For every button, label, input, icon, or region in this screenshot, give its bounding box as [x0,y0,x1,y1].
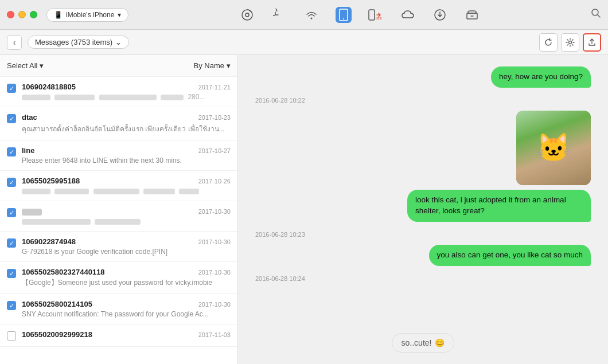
phone-small-icon: 📱 [54,11,63,19]
checkbox-3[interactable]: ✓ [7,146,16,156]
message-content: 1069024818805 2017-11-21 280... [22,83,231,101]
message-content: dtac 2017-10-23 คุณสามารถตั้งค่าล็อกอินอ… [22,113,231,134]
close-button[interactable] [7,11,14,18]
checkbox-2[interactable]: ✓ [7,113,16,123]
bubble-text: you also can get one, you like cat so mu… [437,251,583,259]
select-all-button[interactable]: Select All ▾ [7,61,44,70]
check-icon: ✓ [7,114,16,123]
checkbox-4[interactable]: ✓ [7,177,16,187]
checkbox-8[interactable]: ✓ [7,300,16,310]
message-content: 10655025800214105 2017-10-30 SNY Account… [22,300,231,318]
message-preview [22,217,231,225]
message-preview: Please enter 9648 into LINE within the n… [22,156,231,165]
chat-timestamp: 2016-06-28 10:23 [255,231,591,238]
sender-name: 10655020092999218 [22,330,92,339]
message-date: 2017-10-30 [198,238,231,245]
ios-update-icon[interactable]: iOS [368,7,384,23]
main-content: Select All ▾ By Name ▾ ✓ 1069024818805 2… [0,55,608,364]
cat-emoji: 🐱 [536,132,571,164]
message-preview: 【Google】Someone just used your password … [22,278,231,288]
toolkit-icon[interactable] [464,7,480,23]
by-name-label: By Name [194,61,224,70]
checkbox-7[interactable]: ✓ [7,268,16,278]
message-date: 2017-11-03 [198,331,231,338]
chat-row: 🐱 [255,111,591,185]
message-content: line 2017-10-27 Please enter 9648 into L… [22,146,231,165]
phone-manager-icon[interactable] [336,7,352,23]
message-content: 10655025995188 2017-10-26 [22,177,231,195]
chat-row: look this cat, i just adopted it from an… [255,190,591,222]
checkbox-1[interactable]: ✓ [7,83,16,93]
maximize-button[interactable] [30,11,37,18]
message-content: 10655025802327440118 2017-10-30 【Google】… [22,268,231,288]
select-all-chevron-icon: ▾ [40,61,44,70]
list-item[interactable]: ✓ 1069024818805 2017-11-21 280... [0,77,237,107]
check-icon: ✓ [7,178,16,187]
chat-bubble: look this cat, i just adopted it from an… [407,190,591,222]
sort-by-name-button[interactable]: By Name ▾ [194,61,231,70]
settings-button[interactable] [561,33,579,52]
unchecked-icon [7,331,16,340]
message-content: 1069022874948 2017-10-30 G-792618 is you… [22,237,231,256]
checkbox-9[interactable] [7,330,16,340]
device-name: iMobie's iPhone [66,11,114,19]
message-preview: SNY Account notification: The password f… [22,310,231,318]
emoji-bubble-text: so..cute! [402,338,432,347]
chat-bubble: hey, how are you doing? [491,66,591,88]
cloud-backup-icon[interactable] [400,7,416,23]
message-preview: G-792618 is your Google verification cod… [22,248,231,256]
list-item[interactable]: ✓ 1069022874948 2017-10-30 G-792618 is y… [0,232,237,262]
emoji-bubble-emoji: 😊 [435,338,445,347]
chat-bubble: you also can get one, you like cat so mu… [429,245,591,266]
list-item[interactable]: ✓ line 2017-10-27 Please enter 9648 into… [0,140,237,171]
wifi-transfer-icon[interactable] [303,7,319,23]
messages-label: Messages (3753 items) [35,38,112,46]
message-preview [22,187,231,195]
device-chevron-icon: ▾ [118,11,121,19]
sender-name: line [22,146,34,155]
sort-chevron-icon: ▾ [227,61,231,70]
chat-row: hey, how are you doing? [255,66,591,88]
sender-name: 1069024818805 [22,83,76,91]
sender-name: 10655025802327440118 [22,268,105,276]
svg-point-2 [311,17,313,19]
message-date: 2017-10-23 [198,114,231,121]
list-item[interactable]: ✓ 10655025800214105 2017-10-30 SNY Accou… [0,294,237,324]
check-icon: ✓ [7,301,16,310]
back-button[interactable]: ‹ [7,35,22,50]
svg-point-4 [343,18,344,19]
device-selector[interactable]: 📱 iMobie's iPhone ▾ [46,8,128,22]
messages-chevron-icon: ⌄ [115,38,122,46]
checkbox-6[interactable]: ✓ [7,237,16,248]
list-header: Select All ▾ By Name ▾ [0,55,237,77]
message-preview: 280... [22,93,231,101]
message-date: 2017-10-30 [198,301,231,308]
search-button[interactable] [591,8,601,21]
chat-timestamp: 2016-06-28 10:22 [255,97,591,104]
list-item[interactable]: ✓ 10655025802327440118 2017-10-30 【Googl… [0,262,237,294]
message-content: 10655020092999218 2017-11-03 [22,330,231,340]
itunes-backup-icon[interactable] [432,7,448,23]
sender-name: 10655025800214105 [22,300,92,308]
check-icon: ✓ [7,208,16,217]
list-item[interactable]: ✓ 10655025995188 2017-10-26 [0,171,237,201]
sender-name: dtac [22,113,37,122]
select-all-label: Select All [7,61,37,70]
list-item[interactable]: ✓ dtac 2017-10-23 คุณสามารถตั้งค่าล็อกอิ… [0,107,237,140]
svg-point-1 [245,13,249,17]
list-item[interactable]: 10655020092999218 2017-11-03 [0,324,237,347]
traffic-lights [7,11,37,18]
main-toolbar: iOS [239,7,480,23]
export-button[interactable] [583,33,601,52]
refresh-button[interactable] [539,33,558,52]
sender-name [22,207,44,216]
music-icon[interactable] [239,7,255,23]
chat-messages: hey, how are you doing? 2016-06-28 10:22… [238,55,608,364]
message-date: 2017-10-26 [198,178,231,185]
list-item[interactable]: ✓ 2017-10-30 [0,201,237,232]
minimize-button[interactable] [18,11,26,18]
history-icon[interactable] [271,7,287,23]
checkbox-5[interactable]: ✓ [7,207,16,217]
check-icon: ✓ [7,84,16,93]
titlebar: 📱 iMobie's iPhone ▾ [0,0,608,30]
